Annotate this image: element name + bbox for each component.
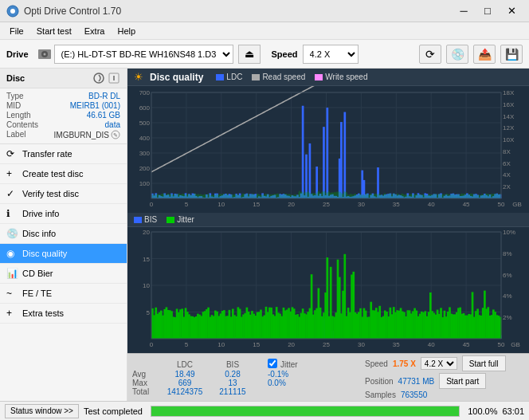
nav-drive-info-label: Drive info	[22, 209, 59, 218]
max-ldc: 669	[161, 379, 209, 387]
samples-row: Samples 763550	[365, 391, 524, 399]
sidebar-item-create-test[interactable]: + Create test disc	[0, 164, 127, 184]
mid-key: MID	[6, 101, 21, 110]
disc-section-header: Disc	[0, 69, 127, 88]
lower-legend-bar: BIS Jitter	[127, 213, 529, 227]
disc-title: Disc	[6, 73, 25, 83]
legend-bis: BIS	[134, 215, 157, 224]
legend-write: Write speed	[315, 73, 367, 81]
progress-bar-fill	[151, 406, 459, 416]
disc-quality-header: ☀ Disc quality LDC Read speed Write spee…	[127, 69, 529, 86]
sidebar-item-cd-bier[interactable]: 📊 CD Bier	[0, 264, 127, 284]
save-button[interactable]: 💾	[500, 45, 523, 64]
avg-jitter: -0.1%	[268, 370, 362, 379]
svg-point-1	[10, 9, 15, 14]
lower-chart	[127, 227, 529, 353]
create-icon: +	[6, 168, 18, 179]
sidebar: Disc Type BD-R DL MID MEIRB1 (001)	[0, 69, 127, 401]
transfer-icon: ⟳	[6, 148, 18, 159]
sidebar-item-transfer-rate[interactable]: ⟳ Transfer rate	[0, 144, 127, 164]
export-button[interactable]: 📤	[473, 45, 496, 64]
sidebar-item-fe-te[interactable]: ~ FE / TE	[0, 284, 127, 304]
main-area: Disc Type BD-R DL MID MEIRB1 (001)	[0, 69, 529, 401]
edit-icon[interactable]: ✎	[111, 130, 120, 139]
legend-jitter: Jitter	[167, 215, 194, 224]
speed-stat-select[interactable]: 4.2 X	[421, 357, 457, 370]
progress-bar-container	[151, 406, 460, 417]
speed-stat-label: Speed	[365, 359, 388, 368]
close-button[interactable]: ✕	[500, 3, 523, 19]
sidebar-item-disc-quality[interactable]: ◉ Disc quality	[0, 244, 127, 264]
bis-color	[134, 217, 142, 223]
app-icon	[6, 5, 19, 18]
start-full-button[interactable]: Start full	[462, 355, 506, 371]
samples-label: Samples	[365, 391, 396, 399]
contents-val: data	[105, 120, 120, 129]
nav-fe-te-label: FE / TE	[22, 289, 52, 298]
nav-disc-quality-label: Disc quality	[22, 249, 67, 258]
refresh-button[interactable]: ⟳	[419, 45, 441, 64]
eject-button[interactable]: ⏏	[238, 45, 261, 64]
max-label: Max	[132, 379, 161, 387]
drive-label: Drive	[6, 49, 29, 59]
total-label: Total	[132, 387, 161, 396]
speed-label: Speed	[272, 49, 298, 59]
status-bar: Status window >> Test completed 100.0% 6…	[0, 401, 529, 420]
nav-create-label: Create test disc	[22, 169, 83, 179]
nav-verify-label: Verify test disc	[22, 189, 79, 198]
svg-point-5	[94, 73, 104, 83]
total-bis: 211115	[209, 387, 257, 396]
type-key: Type	[6, 92, 24, 100]
disc-info-icon[interactable]	[108, 72, 120, 84]
menu-extra[interactable]: Extra	[78, 25, 112, 37]
col-ldc-header: LDC	[161, 359, 209, 370]
ldc-color	[216, 74, 224, 80]
start-part-button[interactable]: Start part	[439, 373, 486, 389]
avg-ldc: 18.49	[161, 370, 209, 379]
sidebar-item-disc-info[interactable]: 💿 Disc info	[0, 224, 127, 244]
drive-info-icon: ℹ	[6, 208, 18, 219]
minimize-button[interactable]: ─	[453, 3, 475, 19]
toolbar: Drive (E:) HL-DT-ST BD-RE WH16NS48 1.D3 …	[0, 40, 529, 69]
upper-chart	[127, 86, 529, 213]
menu-file[interactable]: File	[3, 25, 30, 37]
position-row: Position 47731 MB Start part	[365, 373, 524, 389]
position-label: Position	[365, 377, 394, 386]
disc-button[interactable]: 💿	[446, 45, 468, 64]
contents-key: Contents	[6, 120, 38, 129]
avg-label: Avg	[132, 370, 161, 379]
speed-select[interactable]: 4.2 X	[303, 45, 359, 64]
disc-refresh-icon[interactable]	[92, 72, 105, 84]
lower-canvas	[127, 227, 529, 353]
stats-bar: LDC BIS Jitter Avg 18.49 0.28	[127, 353, 529, 401]
max-bis: 13	[209, 379, 257, 387]
menu-help[interactable]: Help	[111, 25, 142, 37]
col-bis-header: BIS	[209, 359, 257, 370]
mid-val: MEIRB1 (001)	[70, 101, 120, 110]
legend-ldc: LDC	[216, 73, 242, 81]
max-jitter: 0.0%	[268, 379, 362, 387]
menu-start-test[interactable]: Start test	[30, 25, 78, 37]
label-key: Label	[6, 130, 25, 139]
write-color	[315, 74, 323, 80]
read-color	[252, 74, 260, 80]
content-area: ☀ Disc quality LDC Read speed Write spee…	[127, 69, 529, 401]
drive-icon	[37, 46, 53, 62]
drive-select[interactable]: (E:) HL-DT-ST BD-RE WH16NS48 1.D3	[54, 45, 233, 64]
charts-container: BIS Jitter	[127, 86, 529, 353]
svg-point-4	[43, 53, 45, 55]
disc-quality-icon: ◉	[6, 248, 18, 259]
maximize-button[interactable]: □	[476, 3, 499, 19]
speed-stat-val: 1.75 X	[393, 359, 416, 368]
cd-bier-icon: 📊	[6, 268, 18, 279]
label-val: IMGBURN_DIS	[54, 131, 109, 139]
samples-val: 763550	[401, 391, 427, 399]
sidebar-item-extra-tests[interactable]: + Extra tests	[0, 304, 127, 324]
legend-read: Read speed	[252, 73, 305, 81]
status-window-button[interactable]: Status window >>	[5, 404, 79, 418]
title-bar: Opti Drive Control 1.70 ─ □ ✕	[0, 0, 529, 22]
sidebar-item-drive-info[interactable]: ℹ Drive info	[0, 204, 127, 224]
avg-bis: 0.28	[209, 370, 257, 379]
jitter-checkbox[interactable]	[268, 359, 277, 368]
sidebar-item-verify-test[interactable]: ✓ Verify test disc	[0, 184, 127, 204]
